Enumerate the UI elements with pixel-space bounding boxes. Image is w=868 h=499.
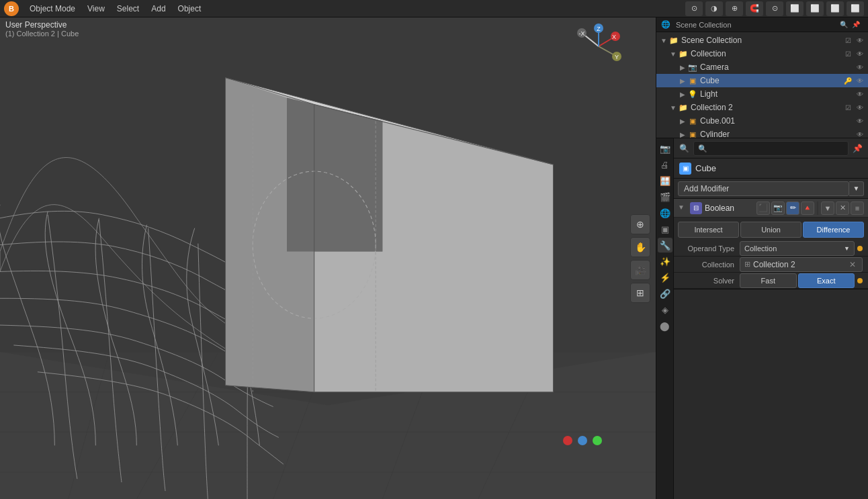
expand-cylinder[interactable]: ▶ [678,130,687,138]
props-physics-btn[interactable]: ⚡ [658,270,672,285]
props-material-btn[interactable]: ⬤ [658,318,672,333]
outliner-pin-icon[interactable]: 📌 [851,19,861,30]
cylinder-eye[interactable]: 👁 [855,129,865,138]
expand-light[interactable]: ▶ [678,89,687,99]
camera-eye[interactable]: 👁 [855,62,865,73]
outliner-header: 🌐 Scene Collection 🔍 📌 [656,17,868,32]
menu-select[interactable]: Select [112,3,144,15]
grid-tool[interactable]: ⊞ [630,283,650,303]
props-constraints-btn[interactable]: 🔗 [658,286,672,301]
viewport-gizmo[interactable]: X -X Y Z [575,23,622,72]
menu-object[interactable]: Object [173,3,207,15]
expand-scene-collection[interactable]: ▼ [659,36,668,45]
light-eye[interactable]: 👁 [855,89,865,99]
cursor-tool[interactable]: ⊕ [630,214,650,234]
scene-collection-label: Scene Collection [681,36,842,45]
expand-cube001[interactable]: ▶ [678,116,687,126]
add-modifier-button[interactable]: Add Modifier [678,181,849,196]
props-particles-btn[interactable]: ✨ [658,254,672,269]
modifier-cage-icon[interactable]: 🔺 [801,201,814,215]
modifier-more-btn[interactable]: ≡ [851,201,864,215]
modifier-edit-icon[interactable]: ✏ [786,201,799,215]
cube-eye[interactable]: 👁 [855,75,865,86]
svg-text:-X: -X [579,30,585,37]
modifier-type-icon: ⊟ [690,202,702,214]
menu-view[interactable]: View [82,3,110,15]
scene-collection-checkbox[interactable]: ☑ [842,35,853,46]
intersect-button[interactable]: Intersect [678,222,739,238]
gizmo-icon[interactable]: ⊕ [726,1,743,16]
props-render-btn[interactable]: 📷 [658,141,672,156]
union-button[interactable]: Union [740,222,801,238]
props-object-btn[interactable]: ▣ [658,222,672,236]
modifier-dropdown-btn[interactable]: ▼ [821,201,834,215]
props-search-input[interactable] [693,141,849,156]
modifier-render-icon[interactable]: 📷 [771,201,785,215]
outliner-row-light[interactable]: ▶ 💡 Light 👁 [656,87,868,101]
perspective-label: User Perspective [5,20,79,30]
overlay-icon[interactable]: ◑ [705,1,723,16]
operand-type-dropdown[interactable]: Collection ▼ [740,241,855,256]
cube-restrict-icon[interactable]: 🔑 [842,75,853,86]
props-data-btn[interactable]: ◈ [658,302,672,317]
menu-add[interactable]: Add [146,3,171,15]
outliner-row-camera[interactable]: ▶ 📷 Camera 👁 [656,60,868,74]
solver-exact-btn[interactable]: Exact [798,273,855,288]
collection-dropdown[interactable]: ⊞ Collection 2 ✕ [740,257,863,272]
dot-red [563,436,572,445]
add-modifier-dropdown[interactable]: ▼ [849,181,864,196]
cube-icon: ▣ [687,75,698,86]
viewport-shading-icon[interactable]: ⊙ [685,1,703,16]
light-icon: 💡 [687,89,698,99]
collection2-checkbox[interactable]: ☑ [842,102,853,113]
expand-collection[interactable]: ▼ [668,49,678,58]
modifier-expand-toggle[interactable]: ▼ [678,203,687,213]
scene-collection-icon: 📁 [668,35,679,46]
operand-type-label: Operand Type [679,244,740,253]
outliner-row-cylinder[interactable]: ▶ ▣ Cylinder 👁 [656,128,868,138]
modifier-realtime-icon[interactable]: ⬛ [756,201,770,215]
outliner-filter-icon[interactable]: 🔍 [838,19,849,30]
svg-text:Z: Z [597,26,601,32]
collection-eye[interactable]: 👁 [855,48,865,59]
props-viewlayer-btn[interactable]: 🪟 [658,173,672,188]
solver-dot [857,278,863,283]
outliner-row-collection[interactable]: ▼ 📁 Collection ☑ 👁 [656,47,868,60]
cylinder-label: Cylinder [700,130,855,138]
collection-checkbox[interactable]: ☑ [842,48,853,59]
scene-collection-eye[interactable]: 👁 [855,35,865,46]
props-world-btn[interactable]: 🌐 [658,206,672,220]
expand-collection2[interactable]: ▼ [668,103,678,112]
operand-type-dot [857,246,863,251]
expand-cube[interactable]: ▶ [678,76,687,85]
outliner-row-cube001[interactable]: ▶ ▣ Cube.001 👁 [656,114,868,128]
outliner-row-cube[interactable]: ▶ ▣ Cube 🔑 👁 [656,74,868,87]
props-object-name-bar: ▣ Cube [674,158,868,179]
proportional-edit-icon[interactable]: ⊙ [766,1,783,16]
props-pin-icon[interactable]: 📌 [853,144,863,153]
breadcrumb: (1) Collection 2 | Cube [5,30,79,38]
header-right-icon3[interactable]: ⬜ [826,1,844,16]
move-tool[interactable]: ✋ [630,237,650,257]
collection2-eye[interactable]: 👁 [855,102,865,113]
collection-clear-btn[interactable]: ✕ [847,259,858,270]
props-modifier-btn[interactable]: 🔧 [658,238,672,253]
snap-icon[interactable]: 🧲 [746,1,763,16]
props-scene-btn[interactable]: 🎬 [658,189,672,204]
viewport[interactable]: User Perspective (1) Collection 2 | Cube… [0,17,656,499]
header-right-icon2[interactable]: ⬜ [806,1,824,16]
cube001-eye[interactable]: 👁 [855,116,865,126]
mode-dropdown[interactable]: Object Mode [24,3,81,15]
solver-fast-btn[interactable]: Fast [740,273,797,288]
solver-row: Solver Fast Exact [674,273,868,289]
expand-camera[interactable]: ▶ [678,62,687,72]
props-output-btn[interactable]: 🖨 [658,157,672,172]
cube001-icon: ▣ [687,116,698,126]
difference-button[interactable]: Difference [803,222,864,238]
outliner-row-collection2[interactable]: ▼ 📁 Collection 2 ☑ 👁 [656,101,868,114]
header-right-icon4[interactable]: ⬜ [847,1,864,16]
modifier-delete-btn[interactable]: ✕ [836,201,849,215]
outliner-row-scene-collection[interactable]: ▼ 📁 Scene Collection ☑ 👁 [656,34,868,47]
camera-tool[interactable]: 🎥 [630,260,650,280]
header-right-icon1[interactable]: ⬜ [786,1,804,16]
